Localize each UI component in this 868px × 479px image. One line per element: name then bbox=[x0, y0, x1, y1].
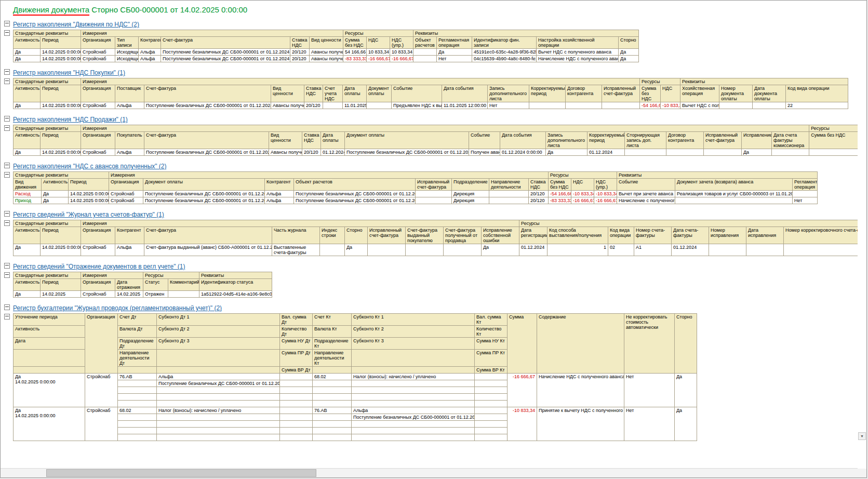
cell[interactable] bbox=[475, 421, 508, 428]
cell[interactable]: Нет bbox=[437, 56, 472, 62]
cell[interactable] bbox=[118, 414, 157, 421]
cell[interactable]: 1 bbox=[547, 244, 608, 256]
collapse-icon[interactable] bbox=[4, 172, 10, 178]
cell[interactable]: Стройснаб bbox=[85, 374, 118, 407]
cell[interactable] bbox=[529, 102, 566, 109]
cell[interactable]: Да bbox=[482, 244, 519, 256]
cell[interactable] bbox=[352, 428, 475, 434]
collapse-icon[interactable] bbox=[4, 163, 10, 168]
cell[interactable] bbox=[157, 421, 280, 428]
cell[interactable]: Да bbox=[42, 197, 69, 204]
cell[interactable]: 76.АВ bbox=[118, 374, 157, 380]
scroll-down-button[interactable]: ▼ bbox=[858, 432, 866, 440]
cell[interactable]: Стройснаб bbox=[85, 407, 118, 441]
cell[interactable]: 14.02.2025 bbox=[115, 291, 143, 298]
cell[interactable]: Авансы полученные bbox=[271, 102, 304, 109]
cell[interactable] bbox=[475, 428, 508, 434]
cell[interactable] bbox=[602, 102, 640, 109]
cell[interactable] bbox=[352, 434, 475, 441]
cell[interactable] bbox=[323, 102, 343, 109]
cell[interactable] bbox=[413, 49, 437, 56]
cell[interactable] bbox=[280, 374, 313, 380]
cell[interactable]: Альфа bbox=[115, 244, 144, 256]
cell[interactable]: Авансы полученные bbox=[310, 56, 343, 62]
cell[interactable] bbox=[313, 401, 352, 407]
cell[interactable]: Начисление НДС с полученного аванса bbox=[537, 374, 624, 407]
cell[interactable]: Авансы полученные bbox=[310, 49, 343, 56]
cell[interactable]: -16 666,67 bbox=[571, 197, 594, 204]
cell[interactable] bbox=[157, 428, 280, 434]
cell[interactable]: Исходящий bbox=[115, 49, 139, 56]
collapse-icon[interactable] bbox=[4, 125, 10, 131]
cell[interactable] bbox=[118, 380, 157, 387]
cell[interactable]: 14.02.2025 bbox=[41, 291, 81, 298]
cell[interactable]: А1 bbox=[634, 244, 672, 256]
cell[interactable]: Исходящий bbox=[115, 56, 139, 62]
cell[interactable] bbox=[313, 380, 352, 387]
cell[interactable] bbox=[489, 197, 529, 204]
cell[interactable] bbox=[772, 149, 809, 156]
cell[interactable] bbox=[168, 291, 199, 298]
cell[interactable]: Нет bbox=[624, 407, 675, 441]
cell[interactable]: 01.12.2024 bbox=[587, 149, 625, 156]
cell[interactable] bbox=[352, 394, 475, 401]
collapse-icon[interactable] bbox=[4, 69, 10, 75]
cell[interactable] bbox=[475, 380, 508, 387]
cell[interactable]: Предъявлен НДС к вычету bbox=[392, 102, 442, 109]
cell[interactable]: Начисление с полученного аванса bbox=[617, 197, 675, 204]
cell[interactable]: Альфа bbox=[265, 197, 294, 204]
cell[interactable] bbox=[157, 387, 280, 394]
cell[interactable]: 14.02.2025 0:00:00 bbox=[69, 197, 109, 204]
cell[interactable] bbox=[280, 387, 313, 394]
cell[interactable]: Да bbox=[14, 102, 41, 109]
cell[interactable]: Приход bbox=[14, 197, 42, 204]
cell[interactable]: Поступление безналичных ДС СБ00-000001 о… bbox=[143, 191, 265, 197]
cell[interactable] bbox=[475, 414, 508, 421]
cell[interactable]: Поступление безналичных ДС СБ00-000001 о… bbox=[352, 414, 475, 421]
cell[interactable]: Да bbox=[437, 49, 472, 56]
cell[interactable]: -54 166,66 bbox=[549, 191, 571, 197]
cell[interactable] bbox=[352, 387, 475, 394]
cell[interactable] bbox=[352, 401, 475, 407]
collapse-icon[interactable] bbox=[4, 220, 10, 226]
cell[interactable]: Стройснаб bbox=[109, 197, 143, 204]
cell[interactable]: -16 666,67 bbox=[508, 374, 537, 407]
cell[interactable]: 10 833,34 bbox=[367, 49, 390, 56]
cell[interactable]: Расход bbox=[14, 191, 42, 197]
cell[interactable]: Дирекция bbox=[452, 191, 489, 197]
cell[interactable]: 14.02.2025 0:00:00 bbox=[41, 244, 81, 256]
cell[interactable]: Да bbox=[14, 149, 41, 156]
collapse-icon[interactable] bbox=[4, 30, 10, 36]
cell[interactable]: Счет-фактура выданный (аванс) СБ00-А0000… bbox=[144, 244, 272, 256]
cell[interactable] bbox=[157, 401, 280, 407]
section-title-link[interactable]: Регистр сведений "Отражение документов в… bbox=[13, 263, 185, 270]
cell[interactable] bbox=[280, 401, 313, 407]
cell[interactable]: 54 166,66 bbox=[343, 49, 367, 56]
cell[interactable]: Да14.02.2025 0:00:00 bbox=[14, 407, 85, 441]
cell[interactable]: Альфа bbox=[139, 56, 161, 62]
cell[interactable]: -54 166,66 bbox=[640, 102, 661, 109]
cell[interactable] bbox=[753, 102, 786, 109]
cell[interactable]: Стройснаб bbox=[81, 244, 115, 256]
cell[interactable] bbox=[280, 421, 313, 428]
cell[interactable] bbox=[475, 374, 508, 380]
cell[interactable]: 11.01.2025 12:00:00 bbox=[442, 102, 488, 109]
cell[interactable]: 04c15639-4b90-4a8c-8480-fe15f3a9e4d1 bbox=[472, 56, 537, 62]
cell[interactable]: -10 833,34 bbox=[508, 407, 537, 441]
cell[interactable] bbox=[719, 102, 753, 109]
cell[interactable]: Да bbox=[546, 149, 587, 156]
cell[interactable]: Принятие к вычету НДС с полученного аван… bbox=[537, 407, 624, 441]
cell[interactable] bbox=[280, 434, 313, 441]
cell[interactable] bbox=[157, 434, 280, 441]
collapse-icon[interactable] bbox=[4, 21, 10, 26]
cell[interactable] bbox=[280, 428, 313, 434]
cell[interactable] bbox=[280, 414, 313, 421]
cell[interactable]: 1a512922-04d5-414e-a106-9e8c0a7c8047 bbox=[199, 291, 272, 298]
cell[interactable] bbox=[313, 394, 352, 401]
cell[interactable] bbox=[475, 407, 508, 414]
cell[interactable]: Да bbox=[675, 374, 697, 407]
cell[interactable] bbox=[444, 244, 482, 256]
cell[interactable] bbox=[280, 380, 313, 387]
cell[interactable]: Да bbox=[619, 49, 639, 56]
cell[interactable]: Дирекция bbox=[452, 197, 489, 204]
